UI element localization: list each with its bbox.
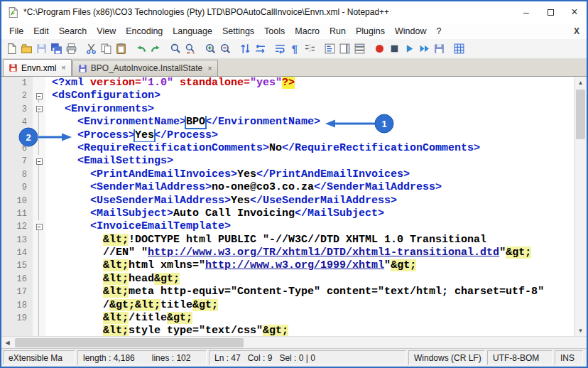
zoom-out-icon[interactable] bbox=[218, 41, 233, 56]
undo-icon[interactable] bbox=[134, 41, 148, 56]
code-line[interactable]: 14 //EN" "http://www.w3.org/TR/xhtml1/DT… bbox=[1, 247, 574, 259]
sync-horizontal-scroll-icon[interactable] bbox=[253, 41, 268, 56]
code-line[interactable]: 3 <Environments> bbox=[1, 103, 574, 116]
find-icon[interactable] bbox=[168, 41, 183, 56]
fold-line bbox=[38, 259, 39, 272]
code-line[interactable]: 8 <PrintAndEmailInvoices>Yes</PrintAndEm… bbox=[1, 168, 574, 181]
play-macro-icon[interactable] bbox=[402, 41, 417, 56]
new-file-icon[interactable] bbox=[4, 41, 19, 56]
code-line[interactable]: &lt;style type="text/css"&gt; bbox=[1, 325, 574, 336]
horizontal-scrollbar[interactable]: ◀ bbox=[1, 337, 575, 348]
menu-window[interactable]: Window bbox=[390, 24, 431, 38]
menu-encoding[interactable]: Encoding bbox=[121, 24, 168, 38]
tab-close-icon[interactable]: × bbox=[61, 64, 65, 72]
fold-margin[interactable] bbox=[33, 103, 45, 116]
code-line[interactable]: 15 &lt;html xmlns="http://www.w3.org/199… bbox=[1, 259, 574, 272]
close-button[interactable]: × bbox=[562, 1, 587, 23]
fold-collapse-icon[interactable] bbox=[36, 158, 43, 165]
title-bar[interactable]: *C:\Program Files (x86)\CO3 Technologies… bbox=[1, 1, 587, 23]
doc-monitor-icon[interactable] bbox=[452, 41, 467, 56]
maximize-button[interactable] bbox=[538, 1, 562, 23]
menu-plugins[interactable]: Plugins bbox=[351, 24, 390, 38]
word-wrap-icon[interactable] bbox=[273, 41, 288, 56]
code-line[interactable]: 18 /&gt;&lt;title&gt; bbox=[1, 299, 574, 312]
code-line[interactable]: 17 &lt;meta http-equiv="Content-Type" co… bbox=[1, 286, 574, 298]
fold-collapse-icon[interactable] bbox=[36, 224, 43, 230]
fold-margin[interactable] bbox=[33, 90, 45, 102]
code-text: &lt;!DOCTYPE html PUBLIC "-//W3C//DTD XH… bbox=[45, 234, 574, 247]
line-number: 17 bbox=[1, 286, 33, 298]
status-insert-mode[interactable]: INS bbox=[555, 350, 583, 365]
menu-view[interactable]: View bbox=[92, 24, 121, 38]
menu-tools[interactable]: Tools bbox=[259, 24, 290, 38]
document-list-icon[interactable] bbox=[352, 41, 367, 56]
line-number: 12 bbox=[1, 220, 33, 233]
menu-macro[interactable]: Macro bbox=[290, 24, 325, 38]
fold-margin[interactable] bbox=[33, 220, 45, 233]
code-line[interactable]: 13 &lt;!DOCTYPE html PUBLIC "-//W3C//DTD… bbox=[1, 234, 574, 247]
menu-settings[interactable]: Settings bbox=[217, 24, 259, 38]
menu-edit[interactable]: Edit bbox=[28, 24, 54, 38]
fold-collapse-icon[interactable] bbox=[36, 106, 43, 112]
code-line[interactable]: 4 <EnvironmentName>BPO</EnvironmentName> bbox=[1, 116, 574, 129]
code-text: <RequireRectificationComments>No</Requir… bbox=[45, 142, 574, 155]
editor-lines[interactable]: 1<?xml version="1.0" standalone="yes"?>2… bbox=[1, 77, 574, 336]
code-line[interactable]: 19 &lt;/title&gt; bbox=[1, 312, 574, 325]
sync-vertical-scroll-icon[interactable] bbox=[238, 41, 253, 56]
code-line[interactable]: 2<dsConfiguration> bbox=[1, 90, 574, 102]
code-text: <Environments> bbox=[45, 103, 574, 116]
open-file-icon[interactable] bbox=[19, 41, 34, 56]
code-line[interactable]: 10 <UseSenderMailAddress>Yes</UseSenderM… bbox=[1, 195, 574, 207]
document-map-icon[interactable] bbox=[337, 41, 352, 56]
code-line[interactable]: 1<?xml version="1.0" standalone="yes"?> bbox=[1, 77, 574, 90]
code-line[interactable]: 5 <Process>Yes</Process> bbox=[1, 129, 574, 142]
toolbar-separator bbox=[268, 41, 273, 56]
scroll-up-icon[interactable]: ▲ bbox=[575, 77, 587, 88]
menu-file[interactable]: File bbox=[4, 24, 28, 38]
horizontal-scroll-thumb[interactable] bbox=[15, 338, 244, 347]
scroll-left-icon[interactable]: ◀ bbox=[1, 337, 13, 348]
vertical-scrollbar[interactable]: ▲ ▼ bbox=[574, 77, 587, 336]
tab-envn-xml[interactable]: Envn.xml× bbox=[3, 59, 72, 76]
code-line[interactable]: 11 <MailSubject>Auto Call Invoicing</Mai… bbox=[1, 207, 574, 220]
scroll-down-icon[interactable]: ▼ bbox=[575, 325, 587, 336]
menu-help[interactable]: ? bbox=[431, 24, 446, 38]
copy-icon[interactable] bbox=[99, 41, 114, 56]
menu-language[interactable]: Language bbox=[168, 24, 217, 38]
print-icon[interactable] bbox=[64, 41, 79, 56]
code-line[interactable]: 6 <RequireRectificationComments>No</Requ… bbox=[1, 142, 574, 155]
menu-search[interactable]: Search bbox=[54, 24, 92, 38]
code-line[interactable]: 9 <SenderMailAddress>no-one@co3.co.za</S… bbox=[1, 181, 574, 194]
save-all-icon[interactable] bbox=[49, 41, 64, 56]
paste-icon[interactable] bbox=[114, 41, 129, 56]
save-macro-icon[interactable] bbox=[432, 41, 447, 56]
tab-bpo-autoinvoice-installstate[interactable]: BPO_AutoInvoice.InstallState× bbox=[72, 60, 218, 76]
stop-macro-icon[interactable] bbox=[387, 41, 402, 56]
code-text: <?xml version="1.0" standalone="yes"?> bbox=[45, 77, 574, 90]
status-encoding[interactable]: UTF-8-BOM bbox=[487, 350, 552, 365]
replace-icon[interactable] bbox=[183, 41, 198, 56]
save-icon[interactable] bbox=[34, 41, 49, 56]
tab-close-icon[interactable]: × bbox=[207, 65, 212, 72]
function-list-icon[interactable] bbox=[322, 41, 337, 56]
record-macro-icon[interactable] bbox=[372, 41, 387, 56]
zoom-in-icon[interactable] bbox=[203, 41, 218, 56]
fold-line bbox=[38, 195, 39, 207]
code-line[interactable]: 12 <InvoiceEmailTemplate> bbox=[1, 220, 574, 233]
fold-margin[interactable] bbox=[33, 155, 45, 168]
code-line[interactable]: 16 &lt;head&gt; bbox=[1, 273, 574, 286]
status-eol-format[interactable]: Windows (CR LF) bbox=[408, 350, 485, 365]
line-number: 16 bbox=[1, 273, 33, 286]
menu-close-doc-button[interactable]: X bbox=[574, 26, 579, 36]
run-macro-multiple-icon[interactable] bbox=[417, 41, 432, 56]
cut-icon[interactable] bbox=[84, 41, 99, 56]
redo-icon[interactable] bbox=[148, 41, 163, 56]
minimize-button[interactable]: – bbox=[514, 1, 538, 23]
show-all-characters-icon[interactable]: ¶ bbox=[288, 41, 303, 56]
code-line[interactable]: 7 <EmailSettings> bbox=[1, 155, 574, 168]
status-lines: lines : 102 bbox=[152, 353, 191, 363]
vertical-scroll-thumb[interactable] bbox=[576, 90, 585, 139]
fold-collapse-icon[interactable] bbox=[36, 93, 43, 99]
menu-run[interactable]: Run bbox=[325, 24, 351, 38]
indent-guide-icon[interactable] bbox=[303, 41, 317, 56]
